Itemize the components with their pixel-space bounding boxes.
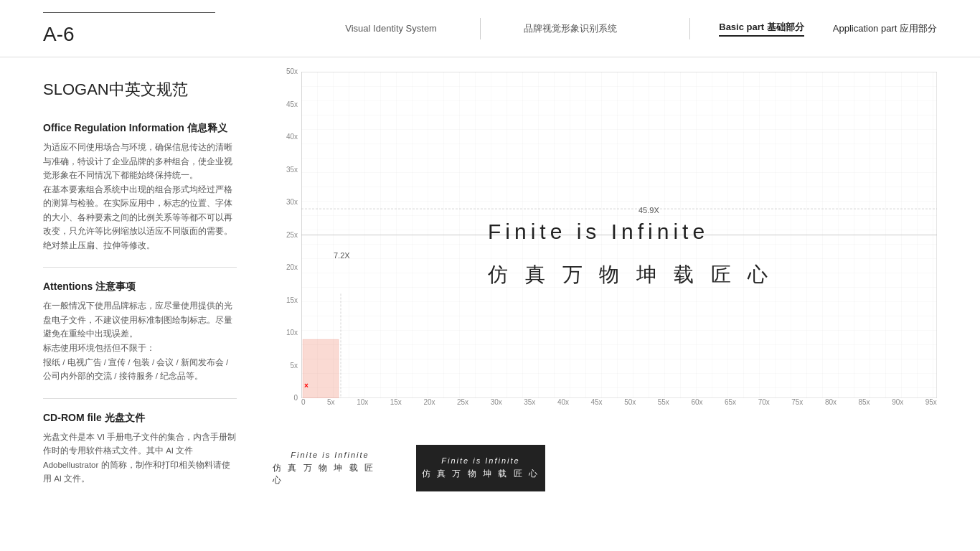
x-label-50: 50x xyxy=(624,398,636,406)
x-label-95: 95x xyxy=(925,398,937,406)
bottom-logos: Finite is Infinite 仿 真 万 物 坤 载 匠 心 Finit… xyxy=(273,438,937,491)
logo-white: Finite is Infinite 仿 真 万 物 坤 载 匠 心 xyxy=(273,447,387,490)
annotation-45x: 45.9X xyxy=(639,206,659,215)
basic-part-label[interactable]: Basic part 基础部分 xyxy=(719,21,804,37)
divider-1 xyxy=(43,267,237,268)
header-center: Visual Identity System 品牌视觉形象识别系统 xyxy=(273,18,689,39)
sidebar-title: SLOGAN中英文规范 xyxy=(43,79,237,100)
sidebar-section-info: Office Regulation Information 信息释义 为适应不同… xyxy=(43,122,237,253)
x-label-85: 85x xyxy=(859,398,870,406)
x-label-20: 20x xyxy=(423,398,435,406)
logo-white-cn: 仿 真 万 物 坤 载 匠 心 xyxy=(273,462,387,486)
logo-black-cn: 仿 真 万 物 坤 载 匠 心 xyxy=(422,468,540,480)
chart-inner: 0 5x 10x 15x 20x 25x 30x 35x 40x 45x 50x xyxy=(273,72,937,416)
y-axis: 0 5x 10x 15x 20x 25x 30x 35x 40x 45x 50x xyxy=(273,72,301,398)
section-cdrom-title: CD-ROM file 光盘文件 xyxy=(43,412,237,425)
x-label-30: 30x xyxy=(491,398,502,406)
header-title-en: Visual Identity System xyxy=(345,23,437,34)
x-label-25: 25x xyxy=(457,398,468,406)
sidebar-section-attentions: Attentions 注意事项 在一般情况下使用品牌标志，应尽量使用提供的光盘电… xyxy=(43,281,237,383)
header: A-6 Visual Identity System 品牌视觉形象识别系统 Ba… xyxy=(0,0,980,57)
x-label-55: 55x xyxy=(658,398,669,406)
divider-2 xyxy=(43,398,237,399)
header-title-cn: 品牌视觉形象识别系统 xyxy=(524,22,617,35)
x-label-10: 10x xyxy=(357,398,368,406)
chart-container: 0 5x 10x 15x 20x 25x 30x 35x 40x 45x 50x xyxy=(273,72,937,416)
section-info-title: Office Regulation Information 信息释义 xyxy=(43,122,237,135)
x-label-35: 35x xyxy=(524,398,535,406)
x-label-0: 0 xyxy=(301,398,306,406)
x-label-75: 75x xyxy=(791,398,803,406)
header-right: Basic part 基础部分 Application part 应用部分 xyxy=(689,18,937,39)
sidebar-section-cdrom: CD-ROM file 光盘文件 光盘文件是本 VI 手册电子文件的集合，内含手… xyxy=(43,412,237,486)
header-line xyxy=(43,12,215,13)
header-separator xyxy=(480,18,481,39)
logo-black-en: Finite is Infinite xyxy=(441,456,519,465)
section-info-text: 为适应不同使用场合与环境，确保信息传达的清晰与准确，特设计了企业品牌的多种组合，… xyxy=(43,141,237,253)
x-label-80: 80x xyxy=(825,398,837,406)
main-content: SLOGAN中英文规范 Office Regulation Informatio… xyxy=(0,57,980,501)
logo-black: Finite is Infinite 仿 真 万 物 坤 载 匠 心 xyxy=(416,445,545,491)
sidebar: SLOGAN中英文规范 Office Regulation Informatio… xyxy=(43,72,258,501)
annotation-7x: 7.2X xyxy=(334,251,350,260)
page-number: A-6 xyxy=(43,17,273,44)
content-area: 0 5x 10x 15x 20x 25x 30x 35x 40x 45x 50x xyxy=(258,72,937,501)
x-label-15: 15x xyxy=(390,398,402,406)
header-left: A-6 xyxy=(43,12,273,44)
section-attentions-title: Attentions 注意事项 xyxy=(43,281,237,293)
section-attentions-text: 在一般情况下使用品牌标志，应尽量使用提供的光盘电子文件，不建议使用标准制图绘制标… xyxy=(43,299,237,383)
x-label-90: 90x xyxy=(892,398,903,406)
header-right-separator xyxy=(689,18,690,39)
x-label-65: 65x xyxy=(725,398,736,406)
chart-slogan-cn: 仿 真 万 物 坤 载 匠 心 xyxy=(488,261,773,288)
x-label-45: 45x xyxy=(591,398,603,406)
x-label-60: 60x xyxy=(691,398,702,406)
x-axis: 0 5x 10x 15x 20x 25x 30x 35x 40x 45x 50x… xyxy=(301,398,937,416)
section-cdrom-text: 光盘文件是本 VI 手册电子文件的集合，内含手册制作时的专用软件格式文件。其中 … xyxy=(43,430,237,486)
x-label-40: 40x xyxy=(557,398,569,406)
application-part-label[interactable]: Application part 应用部分 xyxy=(833,22,937,35)
logo-white-en: Finite is Infinite xyxy=(291,451,369,459)
svg-text:×: × xyxy=(304,382,308,390)
x-label-70: 70x xyxy=(758,398,770,406)
x-label-5: 5x xyxy=(327,398,335,406)
chart-slogan-en: Finite is Infinite xyxy=(488,220,709,244)
